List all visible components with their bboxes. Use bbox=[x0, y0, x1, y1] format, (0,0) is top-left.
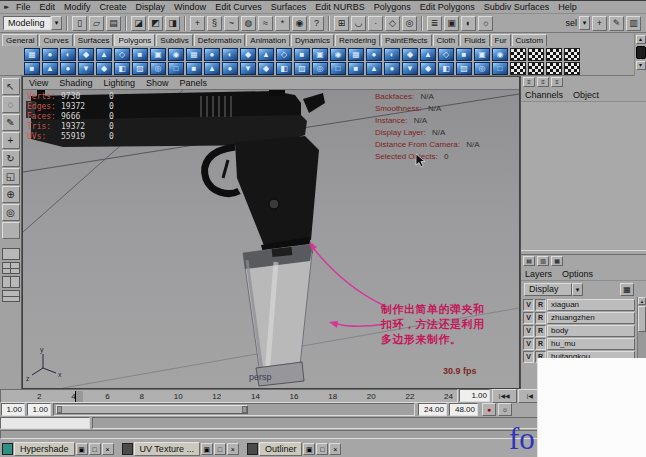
range-handle-left-grip[interactable] bbox=[57, 406, 62, 413]
layer-editor-menu-item[interactable]: Options bbox=[562, 269, 593, 279]
render-swatch-icon[interactable] bbox=[546, 48, 562, 61]
menu-item[interactable]: Edit Curves bbox=[215, 2, 262, 12]
shelf-menu-icon[interactable] bbox=[636, 46, 646, 59]
range-handle-right-grip[interactable] bbox=[242, 406, 247, 413]
viewport-menu-item[interactable]: View bbox=[29, 78, 48, 88]
shelf-tab[interactable]: Rendering bbox=[335, 34, 380, 46]
channel-box-menu-item[interactable]: Object bbox=[573, 90, 599, 100]
poly-primitive-icon[interactable]: ▣ bbox=[312, 48, 328, 61]
layer-visibility-toggle[interactable]: V bbox=[523, 299, 534, 311]
poly-primitive-icon[interactable]: ◆ bbox=[78, 48, 94, 61]
snap-plane-icon[interactable]: ◇ bbox=[385, 16, 400, 31]
poly-tool-icon[interactable]: ◆ bbox=[258, 62, 274, 75]
layer-display-type-toggle[interactable]: R bbox=[535, 325, 546, 337]
paint-select-tool-icon[interactable]: ✎ bbox=[2, 114, 20, 131]
poly-primitive-icon[interactable]: ▦ bbox=[186, 48, 202, 61]
scroll-up-icon[interactable]: ▴ bbox=[638, 297, 646, 305]
layer-display-type-toggle[interactable]: R bbox=[535, 338, 546, 350]
viewport-canvas[interactable]: y x z Verts: 9730 0 Edges: 19372 0 Faces… bbox=[23, 90, 519, 388]
poly-primitive-icon[interactable]: ▦ bbox=[348, 48, 364, 61]
new-layer-button[interactable]: ▦ bbox=[620, 283, 634, 296]
layer-visibility-toggle[interactable]: V bbox=[523, 325, 534, 337]
layout-single-pane-button[interactable] bbox=[2, 248, 20, 260]
render-swatch-icon[interactable] bbox=[528, 62, 544, 75]
poly-primitive-icon[interactable]: ● bbox=[42, 48, 58, 61]
anim-end-field[interactable]: 48.00 bbox=[449, 403, 478, 416]
poly-tool-icon[interactable]: ◧ bbox=[276, 62, 292, 75]
range-slider-handle[interactable] bbox=[56, 405, 248, 414]
construction-history-icon[interactable]: ≣ bbox=[427, 16, 442, 31]
quick-select-field-icon[interactable]: + bbox=[592, 16, 607, 31]
poly-tool-icon[interactable]: ▲ bbox=[366, 62, 382, 75]
poly-tool-icon[interactable]: ■ bbox=[348, 62, 364, 75]
menu-item[interactable]: Surfaces bbox=[271, 2, 307, 12]
poly-tool-icon[interactable]: ◧ bbox=[114, 62, 130, 75]
layer-display-type-toggle[interactable]: R bbox=[535, 312, 546, 324]
layout-split-pane-button[interactable] bbox=[2, 290, 20, 302]
poly-primitive-icon[interactable]: ■ bbox=[294, 48, 310, 61]
layer-editor-menu-item[interactable]: Layers bbox=[525, 269, 552, 279]
poly-primitive-icon[interactable]: ● bbox=[366, 48, 382, 61]
viewport-menu-item[interactable]: Lighting bbox=[103, 78, 135, 88]
new-scene-icon[interactable]: ▯ bbox=[72, 16, 87, 31]
panel-label[interactable]: UV Texture ... bbox=[134, 442, 200, 456]
ipr-render-icon[interactable]: ◐ bbox=[461, 16, 476, 31]
shelf-scroll-up-icon[interactable]: ▴ bbox=[636, 35, 646, 44]
poly-primitive-icon[interactable]: ◇ bbox=[276, 48, 292, 61]
scrollbar-thumb[interactable] bbox=[638, 306, 646, 332]
panel-close-button[interactable]: × bbox=[102, 443, 114, 455]
poly-tool-icon[interactable]: ▼ bbox=[240, 62, 256, 75]
range-slider-track[interactable] bbox=[53, 403, 415, 416]
menu-item[interactable]: Edit Polygons bbox=[420, 2, 475, 12]
layer-name[interactable]: body bbox=[547, 325, 635, 337]
poly-primitive-icon[interactable]: ▣ bbox=[474, 48, 490, 61]
layer-name[interactable]: hu_mu bbox=[547, 338, 635, 350]
menu-set-dropdown[interactable]: Modeling ▾ bbox=[3, 16, 62, 30]
layer-name[interactable]: zhuangzhen bbox=[547, 312, 635, 324]
layer-name[interactable]: xiaguan bbox=[547, 299, 635, 311]
poly-tool-icon[interactable]: ■ bbox=[186, 62, 202, 75]
poly-tool-icon[interactable]: ◎ bbox=[474, 62, 490, 75]
auto-keyframe-button[interactable]: ● bbox=[482, 403, 496, 416]
menu-item[interactable]: Subdiv Surfaces bbox=[484, 2, 550, 12]
select-dynamics-icon[interactable]: * bbox=[275, 16, 290, 31]
move-tool-icon[interactable]: + bbox=[2, 132, 20, 149]
viewport-menu-item[interactable]: Show bbox=[146, 78, 169, 88]
channel-medium-icon[interactable]: ≡ bbox=[537, 77, 549, 87]
viewport-menu-item[interactable]: Shading bbox=[59, 78, 92, 88]
panel-restore-button[interactable]: ▣ bbox=[76, 443, 88, 455]
shelf-tab[interactable]: Surfaces bbox=[74, 34, 114, 46]
menu-item[interactable]: Display bbox=[136, 2, 166, 12]
select-misc-icon[interactable]: ? bbox=[309, 16, 324, 31]
menu-item[interactable]: Window bbox=[174, 2, 206, 12]
menu-item[interactable]: Help bbox=[558, 2, 577, 12]
poly-tool-icon[interactable]: □ bbox=[492, 62, 508, 75]
playback-start-field[interactable]: 1.00 bbox=[27, 403, 51, 416]
panel-maximize-button[interactable]: □ bbox=[316, 443, 328, 455]
poly-primitive-icon[interactable]: ◉ bbox=[492, 48, 508, 61]
shelf-tab[interactable]: Fluids bbox=[460, 34, 489, 46]
playback-end-field[interactable]: 24.00 bbox=[418, 403, 447, 416]
panel-grip-icon[interactable] bbox=[247, 443, 258, 455]
shelf-tab[interactable]: Animation bbox=[246, 34, 290, 46]
layer-display-type-toggle[interactable]: R bbox=[535, 299, 546, 311]
shelf-tab[interactable]: Dynamics bbox=[291, 34, 334, 46]
poly-primitive-icon[interactable]: ■ bbox=[456, 48, 472, 61]
select-component-icon[interactable]: ◨ bbox=[165, 16, 180, 31]
poly-primitive-icon[interactable]: ◉ bbox=[168, 48, 184, 61]
poly-tool-icon[interactable]: ▨ bbox=[132, 62, 148, 75]
poly-primitive-icon[interactable]: ◇ bbox=[114, 48, 130, 61]
poly-tool-icon[interactable]: □ bbox=[330, 62, 346, 75]
poly-primitive-icon[interactable]: ▲ bbox=[420, 48, 436, 61]
time-slider[interactable]: 24681012141618202224 bbox=[0, 389, 458, 403]
shelf-tab[interactable]: Deformation bbox=[194, 34, 246, 46]
render-current-frame-icon[interactable]: ▣ bbox=[444, 16, 459, 31]
render-swatch-icon[interactable] bbox=[528, 48, 544, 61]
save-scene-icon[interactable]: ▤ bbox=[106, 16, 121, 31]
snap-grid-icon[interactable]: ⊞ bbox=[334, 16, 349, 31]
layout-four-pane-button[interactable] bbox=[2, 262, 20, 274]
select-surfaces-icon[interactable]: ◍ bbox=[241, 16, 256, 31]
poly-tool-icon[interactable]: □ bbox=[168, 62, 184, 75]
layer-visibility-toggle[interactable]: V bbox=[523, 351, 534, 363]
poly-primitive-icon[interactable]: ◐ bbox=[384, 48, 400, 61]
